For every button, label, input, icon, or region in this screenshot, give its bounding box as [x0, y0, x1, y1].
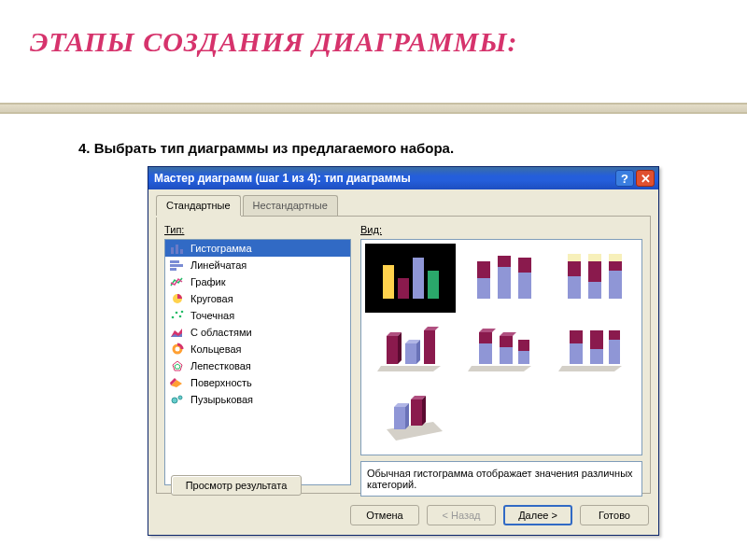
surface-icon: [169, 376, 186, 389]
subtype-description: Обычная гистограмма отображает значения …: [360, 461, 642, 497]
svg-marker-20: [377, 366, 441, 371]
type-column: Тип: ГистограммаЛинейчатаяГрафикКруговая…: [164, 224, 351, 485]
subtype-grid: [360, 239, 642, 455]
chart-type-item-line[interactable]: График: [165, 273, 350, 290]
chart-type-item-hbar[interactable]: Линейчатая: [165, 257, 350, 273]
chart-type-label: Точечная: [190, 310, 234, 321]
subtype-stacked-column[interactable]: [458, 245, 544, 311]
svg-rect-46: [394, 407, 405, 429]
svg-rect-34: [500, 336, 513, 347]
svg-point-10: [181, 311, 184, 314]
tab-standard[interactable]: Стандартные: [156, 195, 241, 216]
chart-type-label: Линейчатая: [190, 259, 247, 271]
svg-marker-51: [422, 396, 426, 426]
svg-rect-21: [387, 336, 398, 364]
subtype-3d-stacked-column[interactable]: [458, 315, 544, 380]
chart-type-item-pie[interactable]: Круговая: [165, 290, 350, 307]
svg-rect-40: [570, 330, 583, 343]
svg-point-9: [179, 315, 182, 318]
chart-type-item-scatter[interactable]: Точечная: [165, 307, 350, 324]
chart-type-label: С областями: [190, 327, 252, 338]
back-button: < Назад: [427, 505, 496, 525]
donut-icon: [169, 343, 186, 356]
svg-rect-30: [479, 343, 492, 364]
chart-type-list[interactable]: ГистограммаЛинейчатаяГрафикКруговаяТочеч…: [164, 239, 351, 485]
finish-button[interactable]: Готово: [580, 505, 649, 525]
step-text: 4. Выбрать тип диаграммы из предлагаемог…: [78, 140, 454, 156]
slide-divider: [0, 103, 747, 114]
subtype-3d-column[interactable]: [367, 384, 454, 449]
chart-type-item-bar[interactable]: Гистограмма: [165, 240, 350, 257]
svg-marker-26: [416, 340, 420, 364]
svg-marker-35: [500, 332, 516, 336]
svg-rect-33: [500, 347, 513, 364]
chart-type-label: График: [190, 276, 226, 287]
bubble-icon: [169, 393, 186, 406]
pie-icon: [169, 292, 186, 305]
svg-rect-49: [411, 399, 422, 426]
chart-type-label: Лепестковая: [190, 360, 251, 371]
svg-marker-48: [405, 403, 409, 429]
tab-nonstandard[interactable]: Нестандартные: [243, 195, 338, 216]
svg-rect-31: [479, 332, 492, 343]
chart-type-item-surface[interactable]: Поверхность: [165, 374, 350, 391]
type-label: Тип:: [164, 224, 351, 235]
svg-point-19: [178, 396, 182, 399]
svg-rect-36: [518, 351, 529, 364]
close-button[interactable]: ✕: [636, 170, 655, 187]
svg-rect-2: [180, 249, 183, 254]
subtype-column: Вид:: [360, 224, 642, 485]
svg-rect-27: [424, 330, 435, 364]
chart-type-item-donut[interactable]: Кольцевая: [165, 341, 350, 357]
bar-icon: [169, 242, 186, 255]
slide-title: ЭТАПЫ СОЗДАНИЯ ДИАГРАММЫ:: [30, 26, 518, 58]
chart-type-label: Поверхность: [190, 377, 252, 388]
svg-marker-32: [479, 329, 496, 332]
svg-rect-42: [590, 330, 603, 349]
line-icon: [169, 275, 186, 288]
radar-icon: [169, 359, 186, 372]
svg-marker-15: [175, 364, 180, 369]
wizard-button-bar: Отмена < Назад Далее > Готово: [350, 505, 649, 525]
chart-type-label: Гистограмма: [190, 243, 252, 254]
chart-type-item-radar[interactable]: Лепестковая: [165, 357, 350, 374]
cancel-button[interactable]: Отмена: [350, 505, 419, 525]
next-button[interactable]: Далее >: [503, 505, 572, 525]
tab-strip: Стандартные Нестандартные: [148, 189, 658, 216]
chart-type-item-bubble[interactable]: Пузырьковая: [165, 391, 350, 408]
svg-marker-29: [468, 366, 531, 371]
hbar-icon: [169, 259, 186, 272]
subtype-100pct-stacked-column[interactable]: [549, 245, 636, 311]
svg-rect-5: [170, 268, 176, 271]
subtype-clustered-column[interactable]: [367, 245, 454, 311]
preview-result-button[interactable]: Просмотр результата: [171, 475, 302, 496]
chart-type-label: Пузырьковая: [190, 394, 253, 405]
help-button[interactable]: ?: [615, 170, 634, 187]
chart-type-label: Кольцевая: [190, 343, 242, 355]
svg-rect-37: [518, 340, 529, 351]
titlebar[interactable]: Мастер диаграмм (шаг 1 из 4): тип диагра…: [148, 167, 658, 189]
scatter-icon: [169, 309, 186, 322]
svg-rect-44: [609, 330, 620, 340]
chart-wizard-dialog: Мастер диаграмм (шаг 1 из 4): тип диагра…: [148, 166, 659, 536]
svg-point-7: [172, 316, 175, 319]
svg-point-8: [176, 312, 178, 315]
svg-marker-28: [424, 327, 439, 330]
window-title: Мастер диаграмм (шаг 1 из 4): тип диагра…: [154, 172, 613, 185]
svg-rect-24: [405, 343, 416, 364]
svg-rect-4: [170, 264, 183, 267]
svg-rect-1: [176, 245, 178, 254]
chart-type-label: Круговая: [190, 293, 233, 304]
svg-rect-3: [170, 260, 179, 263]
svg-marker-23: [398, 332, 402, 364]
view-label: Вид:: [360, 224, 642, 235]
subtype-3d-100pct-stacked-column[interactable]: [549, 315, 636, 380]
svg-rect-0: [171, 247, 174, 254]
tab-panel-standard: Тип: ГистограммаЛинейчатаяГрафикКруговая…: [156, 216, 651, 494]
svg-marker-38: [558, 366, 622, 371]
svg-point-18: [172, 398, 177, 403]
chart-type-item-area[interactable]: С областями: [165, 324, 350, 341]
area-icon: [169, 326, 186, 339]
subtype-3d-clustered-column[interactable]: [367, 315, 454, 380]
